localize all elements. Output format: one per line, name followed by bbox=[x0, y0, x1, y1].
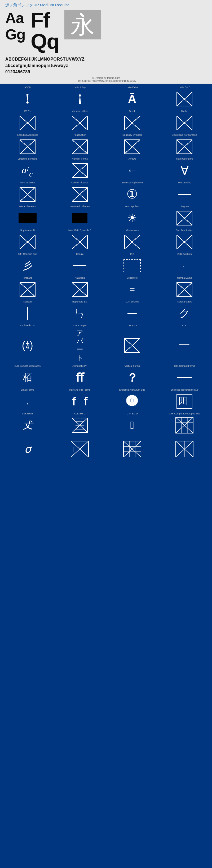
cell-compat-jamo: Compat Jamo bbox=[158, 276, 211, 299]
svg-text:c: c bbox=[29, 169, 33, 178]
cell-currency: Currency Symbols bbox=[106, 132, 158, 156]
label-cjk-ext-c: CJK Ext C bbox=[74, 412, 85, 416]
xbox-sup-punctuation bbox=[177, 235, 192, 249]
ff-specimen: Ff Qq bbox=[31, 10, 59, 52]
icon-half-full: ｆｆ bbox=[55, 393, 105, 410]
label-cjk-compat-forms: CJK Compat Forms bbox=[174, 365, 195, 368]
label-math-operators: Math Operators bbox=[176, 157, 193, 161]
icon-ipa-ext bbox=[2, 115, 53, 131]
cell-small-forms: Small Forms ﹐ bbox=[1, 388, 54, 411]
cell-box-drawing: Box Drawing bbox=[158, 180, 211, 204]
cell-cyrillic: Cyrillic bbox=[158, 109, 211, 132]
cell-cjk-ext-d: CJK Ext D 𪜶 bbox=[106, 411, 158, 435]
xbox-katakana bbox=[72, 282, 88, 297]
header: 源ノ角ゴシック JP Medium Regular Aa Gg Ff Qq 永 bbox=[0, 0, 212, 55]
apaato-icon: アパート bbox=[76, 329, 83, 362]
label-ipa-ext: IPA Ext bbox=[24, 110, 31, 114]
cell-greek: Greek bbox=[106, 109, 158, 132]
label-ascii: ASCII bbox=[24, 86, 31, 90]
label-modifier-letters: Modifier Letters bbox=[72, 110, 88, 114]
cell-misc-math-b: Misc Math Symbols B bbox=[54, 228, 106, 252]
equals-icon: = bbox=[129, 285, 135, 294]
icon-compat-jamo bbox=[160, 281, 210, 298]
icon-small-forms: ﹐ bbox=[2, 393, 53, 410]
font-source: Font Source: http://www.fontke.com/font/… bbox=[0, 80, 212, 82]
xbox-modifier bbox=[72, 116, 88, 130]
bottom-2-icon: 𪜶 bbox=[71, 441, 89, 457]
label-alphabetic-pf: Alphabetic PF bbox=[72, 365, 87, 368]
icon-misc-arrows bbox=[107, 234, 157, 250]
cell-control-pictures: Control Pictures bbox=[54, 180, 106, 204]
cell-bopomofo-ext: Bopomofo Ext ㄣ bbox=[54, 299, 106, 323]
icon-bottom-alpha: ơ bbox=[2, 441, 53, 457]
alphabet-upper: ABCDEFGHIJKLMNOPQRSTUVWXYZ bbox=[5, 56, 207, 62]
bottom-3-icon bbox=[123, 441, 141, 457]
label-enclosed-alphanum-sup: Enclosed Alphanum Sup bbox=[119, 389, 145, 392]
icon-cjk-compat-ideographs-sup bbox=[160, 417, 210, 433]
label-latin1sup: Latin 1 Sup bbox=[74, 86, 86, 90]
icon-cjk-strokes bbox=[107, 305, 157, 321]
xbox-cjk-ext-a bbox=[124, 338, 140, 353]
latin-chars-1: Aa bbox=[5, 10, 25, 26]
specimen-area: Aa Gg Ff Qq 永 bbox=[5, 10, 207, 55]
bottom-4-icon bbox=[176, 441, 193, 457]
icon-punctuation bbox=[55, 138, 105, 155]
cell-geometric-shapes: Geometric Shapes bbox=[54, 204, 106, 228]
label-cjk-strokes: CJK Strokes bbox=[126, 300, 139, 304]
label-katakana: Katakana bbox=[75, 277, 85, 280]
icon-cjk-symbols: 、 bbox=[160, 257, 210, 274]
cell-bopomofo: Bopomofo = bbox=[106, 276, 158, 299]
cell-latin1sup: Latin 1 Sup ! bbox=[54, 85, 106, 109]
label-currency: Currency Symbols bbox=[123, 134, 142, 137]
label-geometric-shapes: Geometric Shapes bbox=[70, 205, 90, 209]
xbox-dingbats bbox=[177, 211, 192, 225]
cell-bottom-4 bbox=[158, 435, 211, 459]
cell-alphabetic-pf: Alphabetic PF ﬀ bbox=[54, 364, 106, 388]
icon-math-operators: ∀ bbox=[160, 162, 210, 179]
icon-modifier-letters bbox=[55, 115, 105, 131]
source-info: © Design by fontke.com Font Source: http… bbox=[0, 76, 212, 84]
ff-chars-2: Qq bbox=[31, 31, 59, 52]
label-cjk-ext-d: CJK Ext D bbox=[127, 412, 138, 416]
icon-sup-arrows-b bbox=[2, 234, 53, 250]
label-arrows: Arrows bbox=[129, 157, 136, 161]
icon-kanbun bbox=[2, 305, 53, 321]
glyph-grid: ASCII ! Latin 1 Sup ! Latin Ext A Ā Lati… bbox=[1, 85, 211, 459]
icon-latin-ext-b bbox=[160, 91, 210, 107]
label-punctuation: Punctuation bbox=[73, 134, 86, 137]
dashed-box-icon bbox=[124, 259, 141, 272]
label-cjk-ext-b: CJK Ext B bbox=[22, 412, 33, 416]
cell-latin-ext-b: Latin Ext B bbox=[158, 85, 211, 109]
icon-block-elements bbox=[2, 210, 53, 226]
xbox-cyrillic bbox=[177, 116, 192, 130]
cell-cjk-compat: CJK Compat アパート bbox=[54, 323, 106, 364]
cell-cjk-ext-c: CJK Ext C bbox=[54, 411, 106, 435]
icon-hiragana bbox=[2, 281, 53, 298]
kanji-char: 永 bbox=[68, 11, 97, 38]
svg-text:/: / bbox=[27, 165, 29, 173]
latin-specimen: Aa Gg bbox=[5, 10, 25, 42]
xbox-misc-arrows bbox=[124, 235, 140, 249]
cell-diacriticals: Diacriticals For Symbols bbox=[158, 132, 211, 156]
label-cjk-ext-a: CJK Ext A bbox=[127, 324, 137, 328]
cell-cjk-strokes: CJK Strokes bbox=[106, 299, 158, 323]
xbox-misc-technical bbox=[20, 187, 35, 202]
label-enclosed-ideographic-sup: Enclosed Ideographic Sup bbox=[171, 389, 198, 392]
label-hiragana: Hiragana bbox=[23, 277, 32, 280]
cell-number-forms: Number Forms bbox=[54, 156, 106, 180]
cell-misc-symbols: Misc Symbols ☀ bbox=[106, 204, 158, 228]
icon-misc-symbols: ☀ bbox=[107, 210, 157, 226]
cell-letterlike: Letterlike Symbols a / c bbox=[1, 156, 54, 180]
icon-bottom-4 bbox=[160, 441, 210, 457]
label-katakana-ext: Katakana Ext bbox=[177, 300, 192, 304]
cell-block-elements: Block Elements bbox=[1, 204, 54, 228]
ac-icon: a / c bbox=[20, 163, 35, 178]
cell-enclosed-cjk: Enclosed CJK (ｶ) bbox=[1, 323, 54, 364]
label-kanbun: Kanbun bbox=[23, 300, 31, 304]
label-small-forms: Small Forms bbox=[21, 389, 34, 392]
cell-misc-technical: Misc Technical bbox=[1, 180, 54, 204]
cjk-san-icon: 彡 bbox=[23, 261, 33, 271]
icon-cjk-ext-c bbox=[55, 417, 105, 433]
icon-idc bbox=[107, 257, 157, 274]
cell-hiragana: Hiragana bbox=[1, 276, 54, 299]
